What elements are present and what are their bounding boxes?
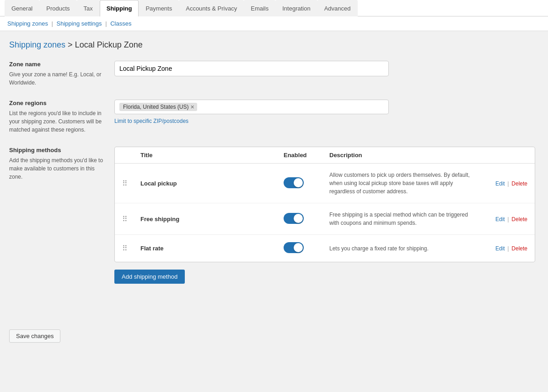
edit-local-pickup[interactable]: Edit [495,180,505,187]
tab-tax[interactable]: Tax [77,0,100,16]
action-sep-1: | [507,180,510,187]
zone-region-tag-label: Florida, United States (US) [123,104,188,110]
shipping-methods-content: Title Enabled Description ⠿ Local pickup [114,147,539,284]
method-actions-flat-rate: Edit | Delete [473,245,527,252]
drag-handle-local-pickup[interactable]: ⠿ [122,179,140,188]
action-sep-2: | [507,216,510,222]
breadcrumb-current: Local Pickup Zone [75,40,143,49]
zone-name-content [114,61,539,76]
method-title-flat-rate: Flat rate [140,245,284,252]
tab-products[interactable]: Products [39,0,76,16]
method-enabled-flat-rate[interactable] [284,242,329,254]
shipping-methods-label-col: Shipping methods Add the shipping method… [9,147,114,181]
subnav-sep-1: | [52,20,55,27]
shipping-methods-table: Title Enabled Description ⠿ Local pickup [114,147,535,262]
zone-region-tag-remove[interactable]: × [190,104,194,110]
method-title-local-pickup: Local pickup [140,180,284,187]
method-desc-flat-rate: Lets you charge a fixed rate for shippin… [329,244,473,253]
method-enabled-free-shipping[interactable] [284,213,329,225]
zone-regions-input[interactable]: Florida, United States (US) × [114,100,389,114]
delete-flat-rate[interactable]: Delete [511,245,527,252]
subnav-sep-2: | [105,20,108,27]
subnav-shipping-settings[interactable]: Shipping settings [57,20,102,27]
bottom-bar: Save changes [0,315,548,350]
save-changes-button[interactable]: Save changes [9,329,60,343]
drag-handle-flat-rate[interactable]: ⠿ [122,244,140,253]
add-shipping-method-button[interactable]: Add shipping method [114,270,185,284]
delete-local-pickup[interactable]: Delete [511,180,527,187]
toggle-thumb-flat-rate [294,243,303,252]
edit-free-shipping[interactable]: Edit [495,216,505,222]
zone-regions-label-col: Zone regions List the regions you'd like… [9,100,114,134]
breadcrumb-link[interactable]: Shipping zones [9,40,65,49]
shipping-methods-heading: Shipping methods [9,147,105,154]
subnav: Shipping zones | Shipping settings | Cla… [0,16,548,31]
method-title-free-shipping: Free shipping [140,216,284,222]
tab-emails[interactable]: Emails [244,0,275,16]
shipping-table-header: Title Enabled Description [115,147,535,164]
subnav-classes[interactable]: Classes [110,20,131,27]
col-drag-header [122,152,140,159]
edit-flat-rate[interactable]: Edit [495,245,505,252]
toggle-flat-rate[interactable] [284,242,304,253]
toggle-local-pickup[interactable] [284,177,304,188]
action-sep-3: | [507,245,510,252]
col-enabled-header: Enabled [284,152,329,159]
zone-name-heading: Zone name [9,61,105,68]
method-actions-free-shipping: Edit | Delete [473,216,527,222]
main-content: Shipping zones > Local Pickup Zone Zone … [0,31,548,315]
method-desc-free-shipping: Free shipping is a special method which … [329,211,473,227]
col-title-header: Title [140,152,284,159]
tab-payments[interactable]: Payments [139,0,179,16]
tab-general[interactable]: General [5,0,39,16]
breadcrumb-separator: > [68,40,75,49]
zone-name-description: Give your zone a name! E.g. Local, or Wo… [9,70,105,87]
tab-advanced[interactable]: Advanced [317,0,358,16]
method-actions-local-pickup: Edit | Delete [473,180,527,187]
toggle-thumb-local-pickup [294,178,303,187]
col-desc-header: Description [329,152,473,159]
zone-regions-description: List the regions you'd like to include i… [9,109,105,134]
tabs-bar: General Products Tax Shipping Payments A… [0,0,548,16]
zone-region-tag: Florida, United States (US) × [119,103,197,111]
method-enabled-local-pickup[interactable] [284,177,329,190]
zone-regions-content: Florida, United States (US) × Limit to s… [114,100,539,124]
toggle-free-shipping[interactable] [284,213,304,224]
zone-regions-heading: Zone regions [9,100,105,106]
shipping-methods-description: Add the shipping methods you'd like to m… [9,156,105,181]
zone-name-input[interactable] [114,61,389,76]
table-row: ⠿ Flat rate Lets you charge a fixed rate… [115,235,535,262]
delete-free-shipping[interactable]: Delete [511,216,527,222]
shipping-methods-section: Shipping methods Add the shipping method… [9,147,539,284]
tab-integration[interactable]: Integration [275,0,317,16]
toggle-thumb-free-shipping [294,214,303,223]
tab-shipping[interactable]: Shipping [100,0,139,16]
zone-name-label-col: Zone name Give your zone a name! E.g. Lo… [9,61,114,87]
method-desc-local-pickup: Allow customers to pick up orders themse… [329,171,473,196]
drag-handle-free-shipping[interactable]: ⠿ [122,215,140,223]
zone-name-section: Zone name Give your zone a name! E.g. Lo… [9,61,539,87]
zone-regions-section: Zone regions List the regions you'd like… [9,100,539,134]
limit-zip-link[interactable]: Limit to specific ZIP/postcodes [114,118,188,124]
subnav-shipping-zones[interactable]: Shipping zones [7,20,48,27]
table-row: ⠿ Free shipping Free shipping is a speci… [115,203,535,235]
table-row: ⠿ Local pickup Allow customers to pick u… [115,164,535,203]
tab-accounts-privacy[interactable]: Accounts & Privacy [179,0,244,16]
col-actions-header [473,152,527,159]
breadcrumb: Shipping zones > Local Pickup Zone [9,40,539,50]
